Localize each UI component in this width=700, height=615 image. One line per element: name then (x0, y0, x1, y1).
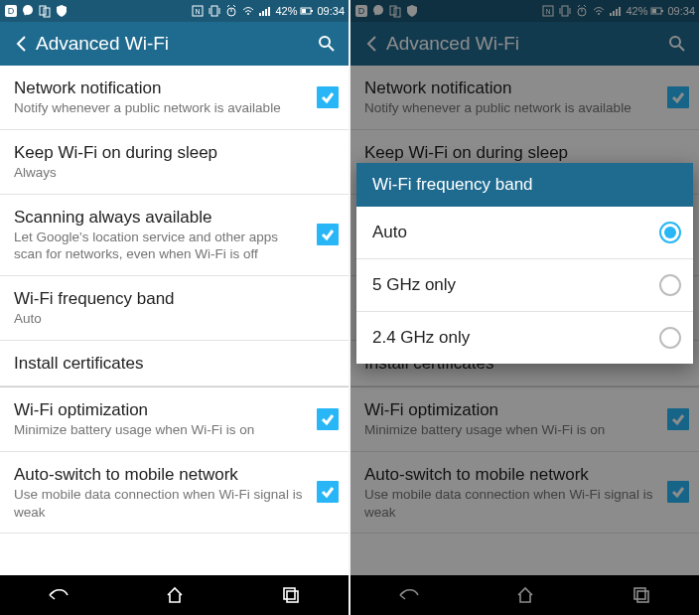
setting-sub: Use mobile data connection when Wi-Fi si… (14, 486, 305, 521)
battery-icon (300, 4, 314, 18)
nav-recents-button[interactable] (261, 575, 321, 615)
checkbox-checked-icon[interactable] (317, 481, 339, 503)
wifi-icon (241, 4, 255, 18)
search-button[interactable] (313, 34, 341, 54)
option-label: Auto (372, 223, 407, 241)
setting-auto-switch[interactable]: Auto-switch to mobile network Use mobile… (0, 452, 349, 534)
svg-line-13 (233, 5, 235, 7)
svg-rect-4 (44, 8, 50, 17)
svg-text:D: D (8, 6, 15, 16)
svg-rect-24 (284, 588, 295, 599)
radio-unselected-icon[interactable] (659, 274, 681, 296)
clock-text: 09:34 (317, 5, 345, 17)
setting-title: Wi-Fi frequency band (14, 288, 305, 309)
svg-rect-16 (262, 11, 264, 16)
svg-rect-25 (287, 591, 298, 602)
svg-point-14 (247, 13, 249, 15)
setting-sub: Always (14, 164, 305, 182)
setting-frequency-band[interactable]: Wi-Fi frequency band Auto (0, 276, 349, 341)
status-bar: D N 42% 09:34 (0, 0, 349, 22)
setting-title: Network notification (14, 77, 305, 98)
setting-network-notification[interactable]: Network notification Notify whenever a p… (0, 66, 349, 130)
svg-rect-3 (40, 6, 46, 15)
svg-rect-15 (259, 13, 261, 16)
setting-install-certificates[interactable]: Install certificates (0, 341, 349, 386)
setting-keep-wifi-on[interactable]: Keep Wi-Fi on during sleep Always (0, 130, 349, 195)
radio-selected-icon[interactable] (659, 222, 681, 243)
checkbox-checked-icon[interactable] (317, 86, 339, 108)
setting-wifi-optimization[interactable]: Wi-Fi optimization Minimize battery usag… (0, 386, 349, 452)
dialog-option-2-4ghz[interactable]: 2.4 GHz only (356, 312, 693, 364)
dialog-title: Wi-Fi frequency band (356, 163, 693, 207)
setting-title: Auto-switch to mobile network (14, 464, 305, 485)
nfc-icon: N (191, 4, 205, 18)
svg-rect-20 (311, 10, 313, 12)
svg-rect-17 (265, 9, 267, 16)
htc-badge-icon: D (4, 4, 18, 18)
setting-title: Install certificates (14, 353, 305, 374)
alarm-icon (224, 4, 238, 18)
svg-rect-7 (211, 6, 217, 16)
svg-point-2 (23, 5, 33, 15)
dialog-option-auto[interactable]: Auto (356, 207, 693, 259)
option-label: 2.4 GHz only (372, 328, 470, 347)
battery-text: 42% (275, 5, 297, 17)
navigation-bar (0, 575, 349, 615)
option-label: 5 GHz only (372, 275, 456, 294)
svg-point-22 (320, 37, 330, 47)
setting-sub: Notify whenever a public network is avai… (14, 99, 305, 117)
shield-icon (55, 4, 69, 18)
dialog-option-5ghz[interactable]: 5 GHz only (356, 259, 693, 312)
nav-home-button[interactable] (145, 575, 205, 615)
svg-text:N: N (196, 8, 201, 15)
setting-title: Keep Wi-Fi on during sleep (14, 142, 305, 163)
svg-rect-21 (302, 9, 306, 13)
devices-icon (38, 4, 52, 18)
setting-sub: Let Google's location service and other … (14, 229, 305, 263)
setting-sub: Auto (14, 310, 305, 328)
setting-sub: Minimize battery usage when Wi-Fi is on (14, 421, 305, 439)
nav-back-button[interactable] (29, 575, 88, 615)
settings-list: Network notification Notify whenever a p… (0, 66, 349, 575)
app-bar: Advanced Wi-Fi (0, 22, 349, 66)
svg-line-12 (227, 5, 229, 7)
svg-rect-18 (268, 7, 270, 16)
radio-unselected-icon[interactable] (659, 327, 681, 349)
setting-title: Scanning always available (14, 207, 305, 228)
vibrate-icon (208, 4, 221, 18)
signal-icon (258, 4, 272, 18)
setting-title: Wi-Fi optimization (14, 399, 305, 420)
frequency-band-dialog: Wi-Fi frequency band Auto 5 GHz only 2.4… (356, 163, 693, 364)
back-button[interactable] (8, 35, 36, 53)
checkbox-checked-icon[interactable] (317, 224, 339, 245)
page-title: Advanced Wi-Fi (36, 33, 313, 55)
messenger-icon (21, 4, 35, 18)
checkbox-checked-icon[interactable] (317, 408, 339, 430)
setting-scanning-always[interactable]: Scanning always available Let Google's l… (0, 195, 349, 276)
svg-line-23 (329, 46, 334, 51)
